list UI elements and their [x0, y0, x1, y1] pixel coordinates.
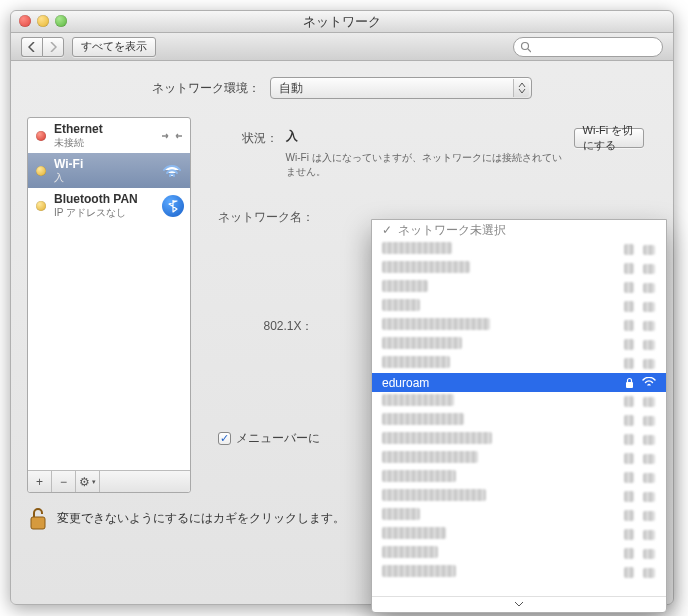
wifi-icon	[642, 283, 656, 293]
dropdown-item-label-blurred	[382, 242, 616, 257]
lock-icon	[622, 263, 636, 274]
dropdown-item-label-blurred	[382, 356, 616, 371]
lock-icon	[622, 415, 636, 426]
toolbar: すべてを表示	[11, 33, 673, 61]
dropdown-item[interactable]	[372, 468, 666, 487]
close-window-button[interactable]	[19, 15, 31, 27]
forward-button[interactable]	[42, 37, 64, 57]
dropdown-item[interactable]	[372, 335, 666, 354]
menubar-checkbox[interactable]: ✓	[218, 432, 231, 445]
interfaces-list: Ethernet 未接続 Wi-Fi 入	[28, 118, 190, 470]
lock-icon	[622, 529, 636, 540]
popup-arrows-icon	[513, 79, 529, 97]
dropdown-item[interactable]	[372, 430, 666, 449]
dropdown-item[interactable]	[372, 354, 666, 373]
chevron-down-icon	[514, 602, 524, 607]
dropdown-item[interactable]	[372, 525, 666, 544]
status-value: 入	[286, 129, 298, 143]
minimize-window-button[interactable]	[37, 15, 49, 27]
wifi-icon	[642, 321, 656, 331]
status-dot-yellow	[36, 201, 46, 211]
search-field[interactable]	[513, 37, 663, 57]
dropdown-item-label-blurred	[382, 565, 616, 580]
svg-rect-2	[31, 517, 45, 529]
sidebar-item-sub: 入	[54, 172, 152, 183]
dropdown-item[interactable]	[372, 544, 666, 563]
wifi-off-button[interactable]: Wi-Fi を切にする	[574, 128, 644, 148]
traffic-lights	[19, 15, 67, 27]
dropdown-item[interactable]	[372, 411, 666, 430]
dropdown-item[interactable]: eduroam	[372, 373, 666, 392]
ethernet-icon	[160, 125, 184, 147]
network-prefs-window: ネットワーク すべてを表示 ネットワーク環境： 自動	[10, 10, 674, 605]
back-button[interactable]	[21, 37, 42, 57]
wifi-icon	[642, 473, 656, 483]
dropdown-item[interactable]	[372, 316, 666, 335]
search-input[interactable]	[534, 40, 656, 54]
status-value-block: 入 Wi-Fi は入になっていますが、ネットワークには接続されていません。	[286, 128, 566, 179]
network-name-dropdown[interactable]: ✓ネットワーク未選択 eduroam	[371, 219, 667, 613]
dropdown-list: eduroam	[372, 240, 666, 596]
svg-rect-3	[626, 382, 633, 388]
dropdown-item-label-blurred	[382, 299, 616, 314]
sidebar-item-wifi[interactable]: Wi-Fi 入	[28, 153, 190, 188]
wifi-icon	[642, 435, 656, 445]
wifi-icon	[642, 397, 656, 407]
lock-icon	[622, 377, 636, 389]
location-popup[interactable]: 自動	[270, 77, 532, 99]
location-row: ネットワーク環境： 自動	[27, 77, 657, 99]
dropdown-item[interactable]	[372, 392, 666, 411]
8021x-label: 802.1X：	[218, 316, 314, 335]
location-label: ネットワーク環境：	[152, 80, 260, 97]
sidebar-footer: + − ⚙▾	[28, 470, 190, 492]
status-description: Wi-Fi は入になっていますが、ネットワークには接続されていません。	[286, 151, 566, 179]
dropdown-item-label-blurred	[382, 413, 616, 428]
show-all-button[interactable]: すべてを表示	[72, 37, 156, 57]
lock-icon	[622, 396, 636, 407]
lock-icon	[622, 567, 636, 578]
dropdown-item-label-blurred	[382, 280, 616, 295]
interface-options-button[interactable]: ⚙▾	[76, 471, 100, 492]
location-value: 自動	[279, 80, 303, 97]
dropdown-header-label: ネットワーク未選択	[398, 222, 506, 239]
sidebar-item-sub: IP アドレスなし	[54, 207, 154, 218]
sidebar-item-ethernet[interactable]: Ethernet 未接続	[28, 118, 190, 153]
dropdown-item[interactable]	[372, 449, 666, 468]
wifi-icon	[642, 340, 656, 350]
wifi-icon	[642, 530, 656, 540]
dropdown-scroll-down[interactable]	[372, 596, 666, 612]
network-name-label: ネットワーク名：	[218, 207, 314, 226]
dropdown-header: ✓ネットワーク未選択	[372, 220, 666, 240]
dropdown-item-label-blurred	[382, 470, 616, 485]
wifi-icon	[642, 302, 656, 312]
bluetooth-icon	[162, 195, 184, 217]
dropdown-item-label-blurred	[382, 451, 616, 466]
dropdown-item[interactable]	[372, 278, 666, 297]
lock-icon	[622, 339, 636, 350]
dropdown-item[interactable]	[372, 563, 666, 582]
status-row: 状況： 入 Wi-Fi は入になっていますが、ネットワークには接続されていません…	[218, 128, 645, 179]
lock-icon	[622, 453, 636, 464]
remove-interface-button[interactable]: −	[52, 471, 76, 492]
add-interface-button[interactable]: +	[28, 471, 52, 492]
dropdown-item[interactable]	[372, 240, 666, 259]
titlebar: ネットワーク	[11, 11, 673, 33]
dropdown-item[interactable]	[372, 487, 666, 506]
dropdown-item[interactable]	[372, 506, 666, 525]
lock-icon	[622, 282, 636, 293]
lock-icon	[622, 472, 636, 483]
search-icon	[520, 41, 531, 53]
sidebar-item-bluetooth[interactable]: Bluetooth PAN IP アドレスなし	[28, 188, 190, 223]
dropdown-item[interactable]	[372, 297, 666, 316]
lock-icon	[622, 301, 636, 312]
lock-text: 変更できないようにするにはカギをクリックします。	[57, 510, 345, 527]
dropdown-item[interactable]	[372, 259, 666, 278]
wifi-icon	[642, 549, 656, 559]
dropdown-item-label-blurred	[382, 489, 616, 504]
sidebar-item-label: Wi-Fi	[54, 158, 152, 171]
lock-icon[interactable]	[27, 505, 49, 531]
zoom-window-button[interactable]	[55, 15, 67, 27]
dropdown-item-label-blurred	[382, 432, 616, 447]
wifi-icon	[642, 377, 656, 388]
wifi-icon	[642, 454, 656, 464]
